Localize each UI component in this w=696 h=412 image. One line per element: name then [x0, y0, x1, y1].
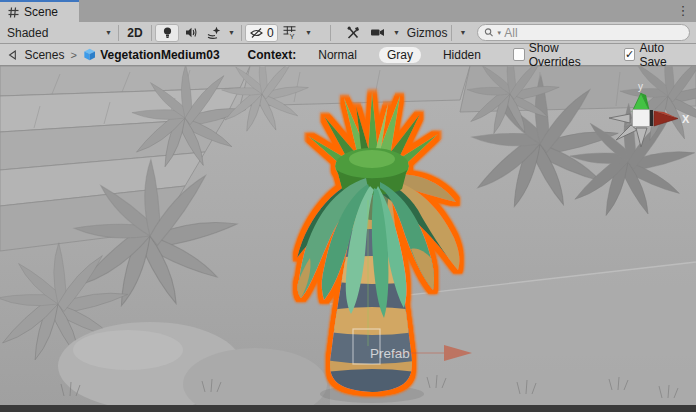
show-overrides-control[interactable]: Show Overrides [513, 41, 604, 69]
chevron-down-icon: ▼ [102, 29, 115, 36]
tab-scene[interactable]: Scene [0, 0, 79, 22]
tab-strip: Scene ⋮ [0, 0, 696, 22]
breadcrumb-current-prefab[interactable]: VegetationMedium03 [100, 48, 219, 62]
grid-dropdown-caret[interactable]: ▼ [302, 29, 315, 36]
gizmos-dropdown-caret: ▼ [456, 29, 469, 36]
context-label: Context: [248, 48, 297, 62]
search-input[interactable] [504, 26, 683, 40]
toolbar-separator [118, 25, 119, 41]
kebab-menu-icon[interactable]: ⋮ [676, 1, 690, 21]
gizmos-dropdown[interactable]: Gizmos ▼ [407, 25, 470, 41]
toggle-2d-button[interactable]: 2D [122, 24, 148, 42]
toolbar-separator [330, 25, 331, 41]
gizmo-cube-edge [650, 110, 653, 126]
effects-toggle-button[interactable] [203, 24, 225, 42]
eye-slash-icon [249, 27, 264, 39]
camera-settings-button[interactable] [366, 24, 390, 42]
auto-save-label: Auto Save [639, 41, 688, 69]
camera-dropdown-caret[interactable]: ▼ [390, 29, 403, 36]
prefab-label: Prefab [370, 346, 410, 361]
axis-x-label: X [682, 113, 690, 125]
lightbulb-icon [161, 26, 174, 40]
toolbar-separator [241, 25, 242, 41]
scene-search-field[interactable]: ▼ [477, 24, 690, 41]
grid-icon: Y [283, 26, 296, 39]
gizmo-center-cube[interactable] [633, 110, 650, 127]
show-overrides-label: Show Overrides [529, 41, 604, 69]
tab-scene-label: Scene [24, 5, 58, 19]
scene-grid-icon [8, 7, 19, 18]
draw-mode-label: Shaded [7, 26, 48, 40]
visibility-count: 0 [267, 26, 274, 40]
search-icon [484, 27, 494, 38]
svg-text:Y: Y [290, 32, 295, 39]
scene-render: Prefab y X [0, 66, 696, 405]
draw-mode-dropdown[interactable]: Shaded ▼ [3, 24, 115, 42]
scene-viewport[interactable]: Prefab y X [0, 66, 696, 405]
gizmos-label: Gizmos [407, 26, 448, 40]
grid-visibility-button[interactable]: Y [278, 24, 302, 42]
auto-save-checkbox[interactable]: ✓ [624, 48, 636, 61]
toolbar-separator [451, 25, 452, 41]
search-filter-caret: ▼ [496, 30, 502, 36]
camera-icon [370, 27, 385, 38]
breadcrumb-scenes[interactable]: Scenes [24, 48, 64, 62]
context-option-hidden[interactable]: Hidden [435, 47, 489, 63]
effects-dropdown-caret[interactable]: ▼ [225, 29, 238, 36]
back-arrow-icon[interactable] [6, 48, 18, 62]
context-option-normal[interactable]: Normal [310, 47, 365, 63]
prefab-context-bar: Scenes > VegetationMedium03 Context: Nor… [0, 44, 696, 66]
auto-save-control[interactable]: ✓ Auto Save [624, 41, 688, 69]
component-tools-button[interactable] [340, 24, 366, 42]
customize-tools-icon [346, 26, 360, 40]
lighting-toggle-button[interactable] [155, 24, 179, 42]
toolbar-separator [151, 25, 152, 41]
toggle-2d-label: 2D [127, 26, 142, 40]
breadcrumb-separator: > [70, 49, 76, 61]
audio-toggle-button[interactable] [179, 24, 203, 42]
context-option-gray[interactable]: Gray [379, 47, 421, 63]
axis-y-label: y [638, 81, 643, 92]
prefab-cube-icon [83, 47, 96, 62]
show-overrides-checkbox[interactable] [513, 48, 525, 61]
scene-effects-icon [207, 26, 221, 40]
speaker-icon [184, 26, 198, 39]
window-bottom-edge [0, 405, 696, 412]
scene-visibility-button[interactable]: 0 [245, 24, 278, 42]
